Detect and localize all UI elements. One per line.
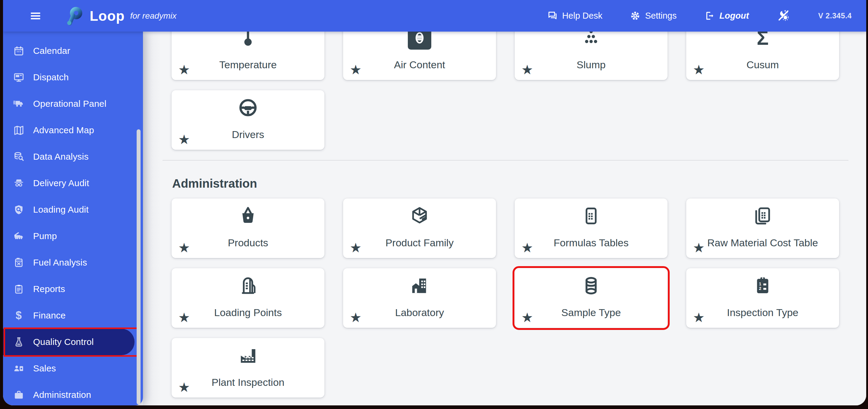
card-plant-inspection[interactable]: Plant Inspection★ [172, 338, 324, 398]
card-label: Laboratory [343, 307, 496, 318]
card-sample-type[interactable]: Sample Type★ [515, 268, 668, 328]
sales-icon [12, 362, 25, 375]
factory-icon [172, 342, 324, 369]
steering-wheel-icon [172, 95, 324, 121]
sidebar-item-sales[interactable]: Sales [3, 355, 143, 382]
topbar-logout-button[interactable]: Logout [704, 10, 749, 21]
package-icon [343, 203, 496, 229]
favorite-star-icon[interactable]: ★ [693, 63, 705, 76]
main-content: Temperature★Air Content★Slump★ΣCusum★Dri… [143, 32, 866, 405]
sidebar-item-advanced-map[interactable]: Advanced Map [3, 117, 143, 143]
sidebar-item-fuel-analysis[interactable]: Fuel Analysis [3, 249, 143, 276]
favorite-star-icon[interactable]: ★ [350, 63, 362, 76]
favorite-star-icon[interactable]: ★ [178, 381, 190, 394]
basket-icon [172, 203, 324, 229]
sidebar-item-label: Quality Control [33, 337, 94, 347]
card-drivers[interactable]: Drivers★ [172, 90, 324, 150]
card-label: Products [172, 237, 324, 249]
buildings-icon [343, 272, 496, 299]
card-inspection-type[interactable]: 12Inspection Type★ [686, 268, 839, 328]
card-loading-points[interactable]: Loading Points★ [172, 268, 324, 328]
shield-search-icon [12, 203, 25, 216]
incognito-icon [12, 176, 25, 190]
sidebar-item-reports[interactable]: Reports [3, 276, 143, 302]
sidebar-item-data-analysis[interactable]: Data Analysis [3, 143, 143, 170]
version-label: V 2.345.4 [818, 11, 852, 20]
topbar-action-label: Help Desk [562, 11, 602, 21]
sidebar-item-finance[interactable]: $Finance [3, 302, 143, 329]
stacked-table-icon [686, 203, 839, 229]
favorite-star-icon[interactable]: ★ [178, 63, 190, 76]
topbar-action-label: Logout [719, 11, 749, 21]
brand-logo: Loop for readymix [64, 5, 176, 27]
favorite-star-icon[interactable]: ★ [350, 311, 362, 324]
svg-text:1: 1 [759, 281, 762, 286]
favorite-star-icon[interactable]: ★ [178, 133, 190, 146]
card-label: Cusum [686, 59, 839, 71]
chat-icon [547, 10, 558, 21]
topbar-actions: Help DeskSettingsLogout V 2.345.4 [547, 8, 866, 23]
truck-icon [12, 97, 25, 110]
section-divider [162, 160, 848, 161]
favorite-star-icon[interactable]: ★ [521, 241, 533, 254]
section-title: Administration [172, 177, 257, 191]
sidebar-item-label: Advanced Map [33, 125, 94, 135]
sidebar-item-quality-control[interactable]: Quality Control [3, 329, 134, 355]
favorite-star-icon[interactable]: ★ [178, 311, 190, 324]
sidebar-item-label: Pump [33, 231, 57, 241]
topbar-action-label: Settings [645, 11, 677, 21]
card-raw-material-cost-table[interactable]: Raw Material Cost Table★ [686, 199, 839, 258]
theme-toggle-icon[interactable] [776, 8, 790, 23]
monitor-icon [12, 71, 25, 84]
inspection-clipboard-icon: 12 [686, 272, 839, 299]
administration-card-grid: Products★Product Family★Formulas Tables★… [172, 199, 839, 398]
app-title: Loop [90, 8, 125, 24]
favorite-star-icon[interactable]: ★ [350, 241, 362, 254]
silo-icon [172, 272, 324, 299]
favorite-star-icon[interactable]: ★ [693, 241, 705, 254]
sidebar-scrollbar[interactable] [137, 129, 141, 405]
card-label: Slump [515, 59, 668, 71]
jerrycan-icon [12, 256, 25, 269]
database-search-icon [12, 150, 25, 163]
cylinder-icon [515, 272, 668, 299]
card-label: Sample Type [515, 307, 668, 318]
app-subtitle: for readymix [130, 11, 176, 21]
favorite-star-icon[interactable]: ★ [521, 63, 533, 76]
logout-icon [704, 10, 715, 21]
sidebar-item-operational-panel[interactable]: Operational Panel [3, 91, 143, 117]
sidebar-item-label: Fuel Analysis [33, 258, 87, 268]
sidebar-item-loading-audit[interactable]: Loading Audit [3, 196, 143, 223]
menu-icon[interactable] [28, 9, 43, 23]
card-label: Air Content [343, 59, 496, 71]
sidebar-item-delivery-audit[interactable]: Delivery Audit [3, 170, 143, 196]
flask-icon [12, 335, 25, 348]
sidebar-item-dispatch[interactable]: Dispatch [3, 64, 143, 91]
gear-icon [630, 10, 641, 21]
sidebar-item-label: Calendar [33, 46, 70, 56]
card-label: Drivers [172, 129, 324, 140]
sidebar-item-calendar[interactable]: Calendar [3, 38, 143, 64]
favorite-star-icon[interactable]: ★ [693, 311, 705, 324]
sidebar-item-label: Dispatch [33, 72, 69, 82]
topbar-help-desk-button[interactable]: Help Desk [547, 10, 602, 21]
card-products[interactable]: Products★ [172, 199, 324, 258]
map-icon [12, 124, 25, 137]
card-label: Raw Material Cost Table [686, 237, 839, 249]
topbar-settings-button[interactable]: Settings [630, 10, 677, 21]
quality-control-card-grid: Temperature★Air Content★Slump★ΣCusum★Dri… [172, 21, 839, 150]
card-label: Plant Inspection [172, 377, 324, 388]
card-label: Product Family [343, 237, 496, 249]
calendar-icon [12, 44, 25, 58]
favorite-star-icon[interactable]: ★ [521, 311, 533, 324]
sidebar-item-pump[interactable]: Pump [3, 223, 143, 249]
sidebar-item-label: Administration [33, 390, 91, 400]
table-icon [515, 203, 668, 229]
card-product-family[interactable]: Product Family★ [343, 199, 496, 258]
sidebar-item-administration[interactable]: Administration [3, 382, 143, 405]
favorite-star-icon[interactable]: ★ [178, 241, 190, 254]
sidebar-item-label: Sales [33, 363, 56, 374]
sidebar-item-label: Finance [33, 310, 66, 320]
card-laboratory[interactable]: Laboratory★ [343, 268, 496, 328]
card-formulas-tables[interactable]: Formulas Tables★ [515, 199, 668, 258]
